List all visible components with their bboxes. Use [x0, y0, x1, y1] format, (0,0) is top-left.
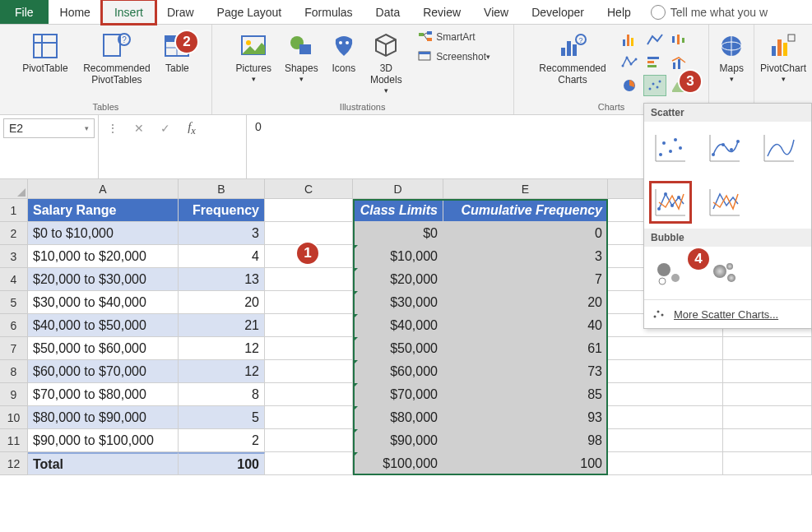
tab-data[interactable]: Data	[364, 0, 412, 24]
tab-home[interactable]: Home	[49, 0, 102, 24]
bubble-3d-option[interactable]	[705, 253, 745, 293]
svg-point-64	[679, 146, 682, 150]
svg-point-46	[649, 88, 652, 90]
row-header[interactable]: 1	[0, 199, 28, 222]
col-header[interactable]: A	[28, 179, 179, 199]
column-chart-icon[interactable]	[619, 29, 642, 50]
scatter-markers-option[interactable]	[651, 128, 690, 168]
cancel-icon[interactable]: ✕	[130, 120, 148, 136]
svg-point-38	[630, 63, 633, 66]
winloss-chart-icon[interactable]	[668, 29, 691, 50]
svg-point-78	[677, 196, 680, 199]
pie-chart-icon[interactable]	[619, 75, 642, 96]
svg-rect-3	[104, 35, 120, 56]
svg-point-82	[671, 274, 680, 282]
maps-button[interactable]: Maps▾	[713, 29, 750, 83]
svg-rect-35	[682, 38, 684, 43]
tab-review[interactable]: Review	[411, 0, 472, 24]
svg-rect-19	[427, 31, 432, 35]
svg-rect-20	[427, 38, 432, 41]
hierarchy-chart-icon[interactable]	[619, 52, 642, 73]
svg-rect-40	[647, 57, 659, 59]
svg-point-47	[652, 83, 655, 86]
svg-rect-34	[677, 35, 680, 44]
svg-rect-24	[419, 52, 430, 54]
scatter-section-label: Scatter	[644, 104, 811, 122]
smartart-icon	[418, 30, 433, 44]
tab-file[interactable]: File	[0, 0, 49, 24]
tab-formulas[interactable]: Formulas	[293, 0, 364, 24]
svg-rect-43	[673, 62, 675, 69]
svg-point-70	[736, 140, 740, 143]
scatter-chart-icon[interactable]	[643, 75, 666, 96]
svg-rect-27	[573, 44, 577, 56]
recommended-charts-button[interactable]: ? Recommended Charts	[531, 29, 614, 86]
maps-icon	[717, 31, 746, 61]
cell[interactable]: Salary Range	[28, 199, 179, 222]
callout-1: 1	[295, 241, 320, 266]
tab-help[interactable]: Help	[596, 0, 643, 24]
enter-icon[interactable]: ✓	[156, 120, 174, 136]
svg-line-21	[424, 33, 427, 35]
more-scatter-charts[interactable]: More Scatter Charts...	[644, 299, 811, 328]
svg-rect-41	[647, 61, 654, 63]
tab-draw[interactable]: Draw	[155, 0, 206, 24]
svg-point-85	[727, 274, 735, 282]
svg-point-68	[722, 143, 725, 146]
shapes-button[interactable]: Shapes▾	[277, 29, 325, 83]
bar-chart-icon[interactable]	[643, 52, 666, 73]
tab-insert[interactable]: Insert	[102, 0, 155, 24]
svg-point-63	[674, 138, 677, 141]
svg-point-48	[657, 86, 659, 89]
svg-point-89	[661, 314, 664, 317]
tab-view[interactable]: View	[472, 0, 520, 24]
tell-me-label: Tell me what you w	[670, 6, 768, 19]
svg-rect-31	[627, 35, 629, 46]
screenshot-button[interactable]: Screenshot ▾	[413, 49, 495, 65]
scatter-straight-markers-option[interactable]	[651, 183, 690, 222]
svg-rect-26	[567, 41, 571, 56]
svg-rect-42	[647, 65, 657, 67]
pivotchart-button[interactable]: PivotChart▾	[754, 29, 812, 83]
3d-models-button[interactable]: 3D Models▾	[362, 29, 410, 95]
svg-point-36	[622, 65, 624, 67]
pivottable-button[interactable]: PivotTable	[16, 29, 75, 75]
recommended-pivottables-button[interactable]: ? Recommended PivotTables	[75, 29, 159, 86]
scatter-smooth-option[interactable]	[759, 128, 799, 168]
svg-line-22	[424, 35, 427, 39]
callout-4: 4	[686, 247, 711, 271]
tab-developer[interactable]: Developer	[520, 0, 596, 24]
select-all-corner[interactable]	[0, 179, 28, 199]
svg-point-11	[246, 40, 251, 45]
pictures-button[interactable]: Pictures▾	[230, 29, 277, 83]
recommended-pivottables-icon: ?	[102, 31, 132, 61]
svg-text:?: ?	[122, 35, 127, 44]
name-box[interactable]: E2▾	[3, 118, 95, 138]
scatter-straight-option[interactable]	[705, 183, 745, 222]
svg-point-49	[659, 81, 661, 83]
svg-point-81	[657, 263, 670, 276]
fx-icon[interactable]: fx	[183, 120, 201, 136]
formula-tools-dropdown[interactable]: ⋮	[104, 120, 122, 136]
group-charts-label: Charts	[598, 102, 624, 114]
lightbulb-icon	[651, 5, 666, 20]
svg-point-62	[669, 150, 672, 153]
svg-rect-54	[772, 46, 776, 56]
svg-rect-55	[777, 39, 782, 56]
callout-3: 3	[678, 69, 703, 94]
svg-point-60	[659, 153, 662, 156]
svg-rect-18	[419, 33, 424, 36]
smartart-button[interactable]: SmartArt	[413, 29, 495, 45]
svg-rect-13	[299, 44, 311, 54]
icons-button[interactable]: Icons	[325, 29, 362, 75]
bubble-option[interactable]	[651, 253, 690, 293]
tell-me[interactable]: Tell me what you w	[643, 0, 812, 24]
scatter-smooth-markers-option[interactable]	[705, 128, 745, 168]
tab-page-layout[interactable]: Page Layout	[206, 0, 294, 24]
line-chart-icon[interactable]	[643, 29, 666, 50]
group-tables-label: Tables	[92, 102, 118, 114]
svg-point-14	[339, 41, 342, 44]
svg-point-76	[664, 192, 667, 196]
callout-2: 2	[174, 30, 199, 54]
svg-point-37	[626, 57, 629, 59]
